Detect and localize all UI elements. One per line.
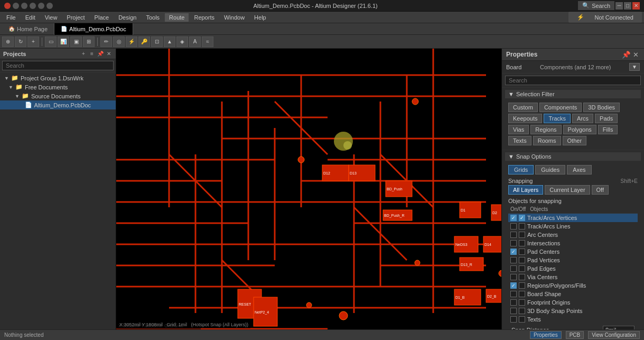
snap-checkbox-on[interactable] xyxy=(510,291,517,297)
snap-checkbox-on[interactable] xyxy=(510,249,517,255)
projects-pin-button[interactable]: 📌 xyxy=(97,50,104,58)
snap-checkbox-obj[interactable] xyxy=(519,240,525,246)
snap-checkbox-obj[interactable] xyxy=(519,291,525,297)
snap-tab-axes[interactable]: Axes xyxy=(567,165,591,174)
toolbar-btn-16[interactable]: ≈ xyxy=(202,36,213,47)
snap-tab-guides[interactable]: Guides xyxy=(535,165,565,174)
search-input[interactable] xyxy=(2,61,114,70)
snap-checkbox-on[interactable] xyxy=(510,308,517,314)
sel-btn-custom[interactable]: Custom xyxy=(508,103,538,112)
sel-btn-tracks[interactable]: Tracks xyxy=(544,114,571,123)
snap-checkbox-on[interactable] xyxy=(510,274,517,280)
snap-checkbox-on[interactable] xyxy=(510,232,517,238)
toolbar-btn-5[interactable]: 📊 xyxy=(58,36,69,47)
menu-item-tools[interactable]: Tools xyxy=(142,13,164,22)
menu-item-help[interactable]: Help xyxy=(250,13,270,22)
menu-item-file[interactable]: File xyxy=(2,13,20,22)
toolbar-btn-14[interactable]: ◈ xyxy=(176,36,188,47)
sel-btn-pads[interactable]: Pads xyxy=(595,114,618,123)
properties-search-input[interactable] xyxy=(505,76,641,85)
status-tab-pcb[interactable]: PCB xyxy=(566,331,584,339)
toolbar-btn-13[interactable]: ▲ xyxy=(164,36,175,47)
menu-item-project[interactable]: Project xyxy=(62,13,89,22)
menu-item-reports[interactable]: Reports xyxy=(190,13,219,22)
snap-distance-input[interactable] xyxy=(603,326,634,329)
snap-checkbox-on[interactable] xyxy=(510,223,517,229)
toolbar-btn-7[interactable]: ⊞ xyxy=(83,36,95,47)
sel-btn-other[interactable]: Other xyxy=(563,136,587,145)
toolbar-btn-10[interactable]: ⚡ xyxy=(126,36,137,47)
sel-btn-3d-bodies[interactable]: 3D Bodies xyxy=(583,103,620,112)
toolbar-btn-11[interactable]: 🔑 xyxy=(138,36,150,47)
projects-close-button[interactable]: ✕ xyxy=(105,50,113,58)
snap-checkbox-on[interactable] xyxy=(510,215,517,221)
toolbar-btn-4[interactable]: ▭ xyxy=(45,36,57,47)
projects-add-button[interactable]: + xyxy=(80,50,87,58)
close-button[interactable]: ✕ xyxy=(632,2,640,10)
toolbar-btn-2[interactable]: ↻ xyxy=(15,36,26,47)
pcb-canvas-area[interactable]: X:3052mil Y:1808mil Grid: 1mil (Hotspot … xyxy=(116,49,501,329)
snap-checkbox-obj[interactable] xyxy=(519,316,525,323)
toolbar-btn-3[interactable]: + xyxy=(27,36,39,47)
selection-filter-header[interactable]: ▼ Selection Filter xyxy=(505,90,641,98)
search-box-title[interactable]: 🔍 Search xyxy=(578,1,614,10)
snap-checkbox-obj[interactable] xyxy=(519,308,525,314)
snap-checkbox-obj[interactable] xyxy=(519,282,525,289)
snap-off-btn[interactable]: Off xyxy=(592,185,609,195)
tree-item-pcb-doc[interactable]: 📄 Altium_Demo.PcbDoc xyxy=(0,100,116,109)
maximize-button[interactable]: □ xyxy=(624,2,631,10)
properties-pin-button[interactable]: 📌 xyxy=(622,50,630,59)
sel-btn-components[interactable]: Components xyxy=(539,103,582,112)
snap-tab-grids[interactable]: Grids xyxy=(508,165,534,174)
properties-close-button[interactable]: ✕ xyxy=(631,50,640,59)
sel-btn-regions[interactable]: Regions xyxy=(530,125,561,134)
snap-checkbox-obj[interactable] xyxy=(519,265,525,272)
menu-item-place[interactable]: Place xyxy=(90,13,114,22)
menu-item-edit[interactable]: Edit xyxy=(21,13,40,22)
toolbar-btn-1[interactable]: ⊕ xyxy=(2,36,14,47)
snap-checkbox-on[interactable] xyxy=(510,299,517,306)
sel-btn-arcs[interactable]: Arcs xyxy=(572,114,593,123)
snap-checkbox-on[interactable] xyxy=(510,316,517,323)
tree-item-free-docs[interactable]: ▼ 📁 Free Documents xyxy=(0,82,116,91)
projects-menu-button[interactable]: ≡ xyxy=(88,50,96,58)
snap-checkbox-obj[interactable] xyxy=(519,257,525,263)
menu-item-route[interactable]: Route xyxy=(165,13,189,22)
sel-btn-vias[interactable]: Vias xyxy=(508,125,529,134)
toolbar-btn-8[interactable]: ✏ xyxy=(100,36,112,47)
tree-item-project-group[interactable]: ▼ 📁 Project Group 1.DsnWrk xyxy=(0,73,116,82)
sel-btn-keepouts[interactable]: Keepouts xyxy=(508,114,542,123)
toolbar-btn-12[interactable]: ⊡ xyxy=(151,36,163,47)
toolbar-btn-15[interactable]: A xyxy=(189,36,201,47)
pcb-canvas[interactable] xyxy=(116,49,501,329)
snap-checkbox-on[interactable] xyxy=(510,240,517,246)
sel-btn-texts[interactable]: Texts xyxy=(508,136,531,145)
menu-item-design[interactable]: Design xyxy=(114,13,141,22)
toolbar-btn-6[interactable]: ▣ xyxy=(70,36,82,47)
sel-btn-polygons[interactable]: Polygons xyxy=(563,125,596,134)
snap-all-layers-btn[interactable]: All Layers xyxy=(508,185,543,195)
snap-options-header[interactable]: ▼ Snap Options xyxy=(505,152,641,161)
tab-home-page[interactable]: 🏠 Home Page xyxy=(2,23,54,35)
status-tab-view-config[interactable]: View Configuration xyxy=(588,331,640,339)
snap-current-layer-btn[interactable]: Current Layer xyxy=(545,185,590,195)
toolbar-btn-9[interactable]: ◎ xyxy=(113,36,125,47)
snap-checkbox-obj[interactable] xyxy=(519,249,525,255)
status-tab-properties[interactable]: Properties xyxy=(530,331,562,339)
snap-checkbox-obj[interactable] xyxy=(519,274,525,280)
snap-checkbox-on[interactable] xyxy=(510,257,517,263)
snap-checkbox-on[interactable] xyxy=(510,265,517,272)
snap-checkbox-obj[interactable] xyxy=(519,215,525,221)
filter-button[interactable]: ▼ xyxy=(629,63,640,71)
snap-checkbox-on[interactable] xyxy=(510,282,517,289)
snap-checkbox-obj[interactable] xyxy=(519,223,525,229)
snap-checkbox-obj[interactable] xyxy=(519,232,525,238)
tree-item-source-docs[interactable]: ▼ 📁 Source Documents xyxy=(0,91,116,100)
menu-item-window[interactable]: Window xyxy=(220,13,249,22)
snap-checkbox-obj[interactable] xyxy=(519,299,525,306)
sel-btn-fills[interactable]: Fills xyxy=(598,125,618,134)
menu-item-view[interactable]: View xyxy=(41,13,62,22)
tab-pcb-doc[interactable]: 📄 Altium_Demo.PcbDoc xyxy=(54,23,133,35)
sel-btn-rooms[interactable]: Rooms xyxy=(533,136,561,145)
minimize-button[interactable]: ─ xyxy=(615,2,623,10)
